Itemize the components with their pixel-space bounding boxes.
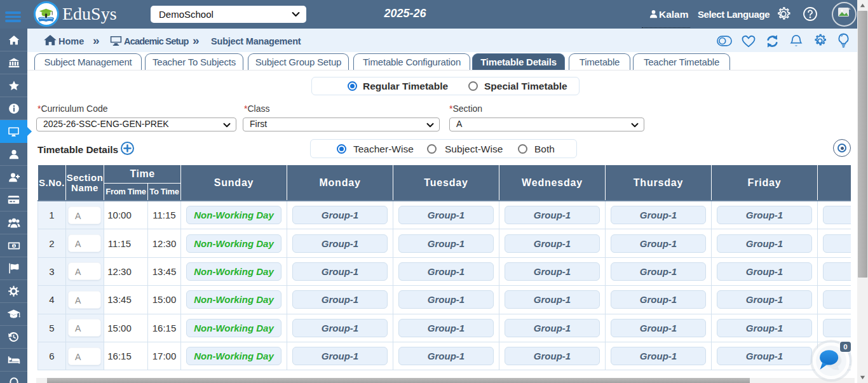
svg-text:1: 1 xyxy=(13,243,15,248)
